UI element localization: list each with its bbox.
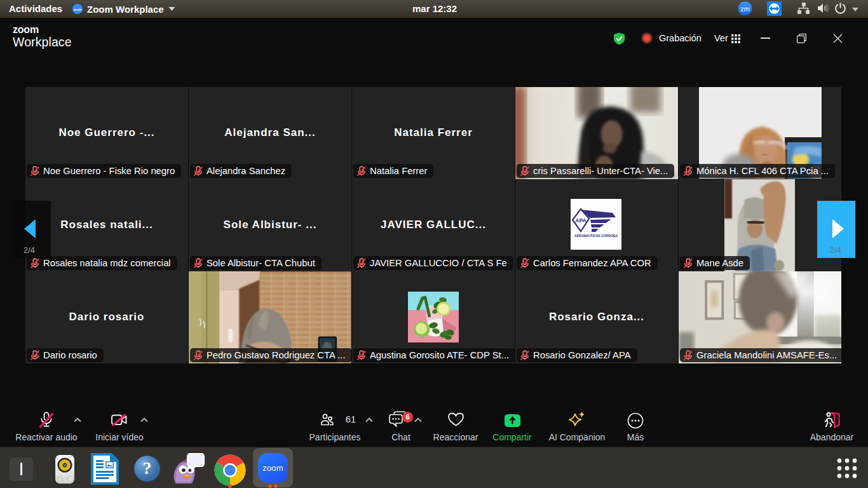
svg-text:APA: APA — [575, 217, 586, 224]
svg-text:zoom: zoom — [73, 8, 82, 11]
svg-text:?: ? — [143, 458, 152, 478]
svg-text:AERONÁUTICOS CÓRDOBA: AERONÁUTICOS CÓRDOBA — [574, 233, 618, 238]
svg-text:zm: zm — [740, 5, 750, 13]
